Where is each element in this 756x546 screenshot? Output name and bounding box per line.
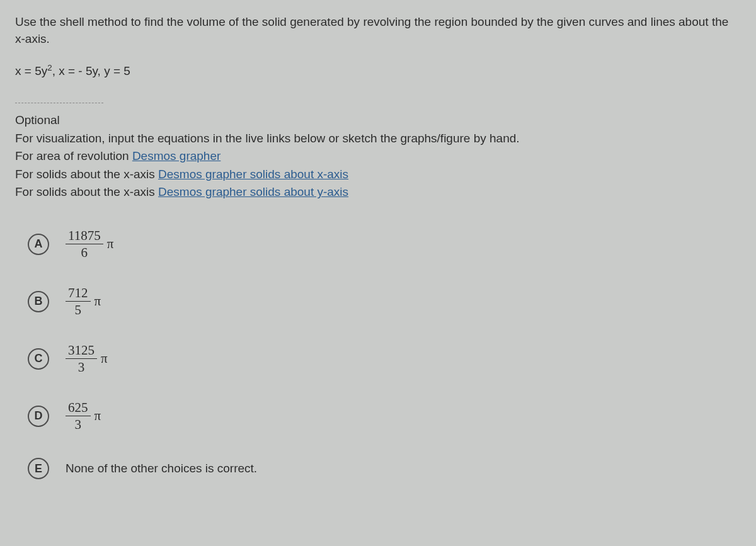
link-desmos-yaxis[interactable]: Desmos grapher solids about y-axis xyxy=(158,185,348,198)
choice-b-content: 712 5 π xyxy=(66,286,101,317)
choice-d-fraction: 625 3 xyxy=(66,401,91,431)
fraction-line xyxy=(66,301,91,302)
optional-xaxis-label: For solids about the x-axis xyxy=(15,168,158,181)
choice-d-letter[interactable]: D xyxy=(28,406,49,427)
choice-a-den: 6 xyxy=(79,246,91,259)
choice-b-den: 5 xyxy=(72,303,84,317)
link-desmos-grapher[interactable]: Desmos grapher xyxy=(132,149,220,162)
answer-choices: A 11875 6 π B 712 5 π C 3125 3 xyxy=(15,229,741,479)
equation-exponent: 2 xyxy=(47,63,52,72)
link-desmos-xaxis[interactable]: Desmos grapher solids about x-axis xyxy=(158,168,348,181)
optional-block: Optional For visualization, input the eq… xyxy=(15,112,741,201)
optional-area-label: For area of revolution xyxy=(15,149,132,162)
choice-b-num: 712 xyxy=(66,286,91,300)
optional-intro: For visualization, input the equations i… xyxy=(15,130,741,147)
choice-c-content: 3125 3 π xyxy=(66,343,108,374)
choice-c-num: 3125 xyxy=(66,343,97,357)
pi-symbol: π xyxy=(94,292,101,310)
choice-d[interactable]: D 625 3 π xyxy=(15,401,741,431)
optional-xaxis-row: For solids about the x-axis Desmos graph… xyxy=(15,166,741,183)
choice-a-content: 11875 6 π xyxy=(66,229,113,259)
choice-d-num: 625 xyxy=(66,401,91,414)
choice-c-letter[interactable]: C xyxy=(28,348,49,370)
choice-c-fraction: 3125 3 xyxy=(66,343,97,374)
choice-d-content: 625 3 π xyxy=(66,401,101,431)
optional-yaxis-row: For solids about the x-axis Desmos graph… xyxy=(15,184,741,201)
pi-symbol: π xyxy=(101,350,108,368)
optional-heading: Optional xyxy=(15,112,741,129)
choice-a-num: 11875 xyxy=(66,229,103,242)
choice-e-text: None of the other choices is correct. xyxy=(66,460,257,477)
equation-prefix: x = 5y xyxy=(15,65,47,78)
optional-yaxis-label: For solids about the x-axis xyxy=(15,185,158,198)
equation-suffix: , x = - 5y, y = 5 xyxy=(52,65,130,78)
choice-b[interactable]: B 712 5 π xyxy=(15,286,741,317)
fraction-line xyxy=(66,416,91,416)
choice-a-letter[interactable]: A xyxy=(28,234,49,255)
choice-c[interactable]: C 3125 3 π xyxy=(15,343,741,374)
choice-b-letter[interactable]: B xyxy=(28,291,49,312)
choice-c-den: 3 xyxy=(76,360,88,374)
choice-b-fraction: 712 5 xyxy=(66,286,91,317)
question-prompt: Use the shell method to find the volume … xyxy=(15,14,741,47)
choice-e-letter[interactable]: E xyxy=(28,458,49,479)
choice-d-den: 3 xyxy=(72,418,84,431)
optional-area-row: For area of revolution Desmos grapher xyxy=(15,148,741,165)
choice-a-fraction: 11875 6 xyxy=(66,229,103,259)
fraction-line xyxy=(66,358,97,359)
fraction-line xyxy=(66,244,103,244)
pi-symbol: π xyxy=(94,407,101,425)
choice-a[interactable]: A 11875 6 π xyxy=(15,229,741,259)
equation-line: x = 5y2, x = - 5y, y = 5 xyxy=(15,62,741,80)
choice-e[interactable]: E None of the other choices is correct. xyxy=(15,458,741,479)
pi-symbol: π xyxy=(107,235,114,253)
divider xyxy=(15,103,103,103)
